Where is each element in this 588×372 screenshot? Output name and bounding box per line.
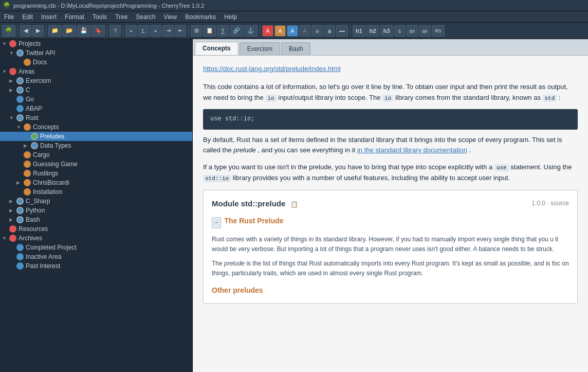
dot-guessing	[24, 161, 31, 168]
h3-btn[interactable]: h3	[380, 25, 393, 37]
sidebar-item-rust[interactable]: ▼ Rust	[0, 113, 192, 122]
color3-btn[interactable]: A	[287, 25, 298, 37]
outdent-btn[interactable]: ⇤	[175, 25, 186, 37]
sidebar-item-completed[interactable]: Completed Project	[0, 243, 192, 252]
menu-item-insert[interactable]: Insert	[37, 12, 61, 22]
bookmark-btn[interactable]: 🔖	[91, 25, 105, 37]
open-btn[interactable]: 📁	[48, 25, 62, 37]
sidebar-item-rustlings[interactable]: Rustlings	[0, 169, 192, 178]
sidebar-item-projects[interactable]: ▼ Projects	[0, 39, 192, 48]
indent-btn[interactable]: ⇥	[162, 25, 174, 37]
label-twitter: Twitter API	[26, 49, 55, 57]
forward-btn[interactable]: ▶	[32, 25, 44, 37]
small-btn[interactable]: s	[394, 25, 406, 37]
gray-text-btn[interactable]: A	[299, 25, 310, 37]
label-inactive: Inactive Area	[26, 253, 61, 260]
copy-icon[interactable]: 📋	[290, 201, 298, 208]
label-c: C	[26, 86, 30, 94]
sidebar-item-inactive[interactable]: Inactive Area	[0, 252, 192, 261]
sidebar-item-preludes[interactable]: Preludes	[0, 132, 192, 141]
titlebar-icon: 🌳	[3, 2, 10, 9]
section-expand-icon[interactable]: −	[212, 217, 221, 228]
sidebar-item-areas[interactable]: ▼ Areas	[0, 67, 192, 76]
menu-item-bookmarks[interactable]: Bookmarks	[181, 12, 220, 22]
back-btn[interactable]: ◀	[20, 25, 31, 37]
h2-btn[interactable]: h2	[366, 25, 379, 37]
label-exercism: Exercism	[26, 77, 51, 84]
italic-text-btn[interactable]: a	[311, 25, 323, 37]
label-past: Past Interest	[26, 262, 60, 270]
mono-btn[interactable]: ms	[432, 25, 445, 37]
sidebar-item-archives[interactable]: ▼ Archives	[0, 234, 192, 243]
menu-item-tree[interactable]: Tree	[111, 12, 132, 22]
tab-concepts[interactable]: Concepts	[195, 42, 238, 55]
sidebar-item-c[interactable]: ▶ C	[0, 85, 192, 95]
sidebar-item-python[interactable]: ▶ Python	[0, 206, 192, 215]
codebox-btn[interactable]: 📋	[203, 25, 216, 37]
bullet-btn[interactable]: •	[125, 25, 137, 37]
info-btn[interactable]: ?	[109, 25, 121, 37]
menu-item-help[interactable]: Help	[220, 12, 241, 22]
sidebar-item-concepts[interactable]: ▼ Concepts	[0, 122, 192, 132]
code-std: std	[543, 95, 557, 102]
label-areas: Areas	[19, 68, 34, 75]
tabs-bar: Concepts Exercism Bash	[193, 39, 588, 56]
sidebar-item-twitter-api[interactable]: ▼ Twitter API	[0, 48, 192, 58]
square-btn[interactable]: ▪	[150, 25, 161, 37]
sidebar-item-guessing-game[interactable]: Guessing Game	[0, 160, 192, 169]
color1-btn[interactable]: A	[262, 25, 273, 37]
anchor-btn[interactable]: ⚓	[244, 25, 258, 37]
sidebar-item-abap[interactable]: ABAP	[0, 104, 192, 113]
formula-btn[interactable]: ∑	[217, 25, 229, 37]
arrow-archives: ▼	[2, 236, 8, 241]
bold-text-btn[interactable]: a	[324, 25, 335, 37]
para2-link[interactable]: in the standard library documentation	[357, 146, 467, 154]
menu-item-search[interactable]: Search	[132, 12, 159, 22]
sidebar-item-past[interactable]: Past Interest	[0, 261, 192, 271]
para2-text-post: .	[469, 146, 471, 154]
subscript-btn[interactable]: as	[419, 25, 431, 37]
save-btn[interactable]: 💾	[77, 25, 90, 37]
toolbar-sep-2	[46, 26, 46, 36]
new-file-btn[interactable]: 🌳	[2, 25, 15, 37]
open-recent-btn[interactable]: 📂	[63, 25, 76, 37]
color2-btn[interactable]: A	[274, 25, 286, 37]
sidebar-item-bash[interactable]: ▶ Bash	[0, 215, 192, 224]
dot-inactive	[16, 253, 24, 260]
sidebar-item-exercism[interactable]: ▶ Exercism	[0, 76, 192, 85]
strike-text-btn[interactable]: —	[336, 25, 348, 37]
superscript-btn[interactable]: as	[407, 25, 418, 37]
sidebar-item-resources[interactable]: Resources	[0, 224, 192, 234]
dot-resources	[9, 225, 16, 233]
label-chris: ChrisBiscardi	[33, 179, 69, 186]
para1-text-b: input/output library into scope. The	[278, 94, 382, 101]
menu-item-tools[interactable]: Tools	[88, 12, 111, 22]
dot-data-types	[31, 142, 38, 149]
link-btn[interactable]: 🔗	[230, 25, 243, 37]
dot-rust	[16, 114, 24, 121]
sidebar-item-data-types[interactable]: ▶ Data Types	[0, 141, 192, 150]
toolbar-sep-1	[17, 26, 18, 36]
table-btn[interactable]: ⊞	[191, 25, 202, 37]
module-box: Module std::prelude 📋 1.0.0 · source − T…	[203, 190, 578, 304]
sidebar-item-chrisbiscardi[interactable]: ▶ ChrisBiscardi	[0, 178, 192, 187]
dot-preludes	[31, 133, 38, 140]
tab-exercism[interactable]: Exercism	[240, 42, 280, 55]
h1-btn[interactable]: h1	[353, 25, 365, 37]
sidebar-item-docs[interactable]: Docs	[0, 58, 192, 67]
content-url[interactable]: https://doc.rust-lang.org/std/prelude/in…	[203, 64, 578, 75]
menu-item-edit[interactable]: Edit	[18, 12, 37, 22]
sidebar-item-csharp[interactable]: ▶ C_Sharp	[0, 197, 192, 206]
menu-item-file[interactable]: File	[0, 12, 18, 22]
code-io-1: io	[265, 95, 276, 102]
sidebar-item-installation[interactable]: Installation	[0, 187, 192, 197]
tab-bash[interactable]: Bash	[281, 42, 310, 55]
sidebar-item-cargo[interactable]: Cargo	[0, 150, 192, 160]
menu-item-format[interactable]: Format	[61, 12, 88, 22]
arrow-c: ▶	[9, 87, 15, 93]
numbered-btn[interactable]: 1.	[138, 25, 149, 37]
menu-item-view[interactable]: View	[159, 12, 181, 22]
dot-install	[24, 188, 31, 196]
module-title-text: Module std::prelude	[212, 199, 285, 208]
sidebar-item-go[interactable]: Go	[0, 95, 192, 104]
